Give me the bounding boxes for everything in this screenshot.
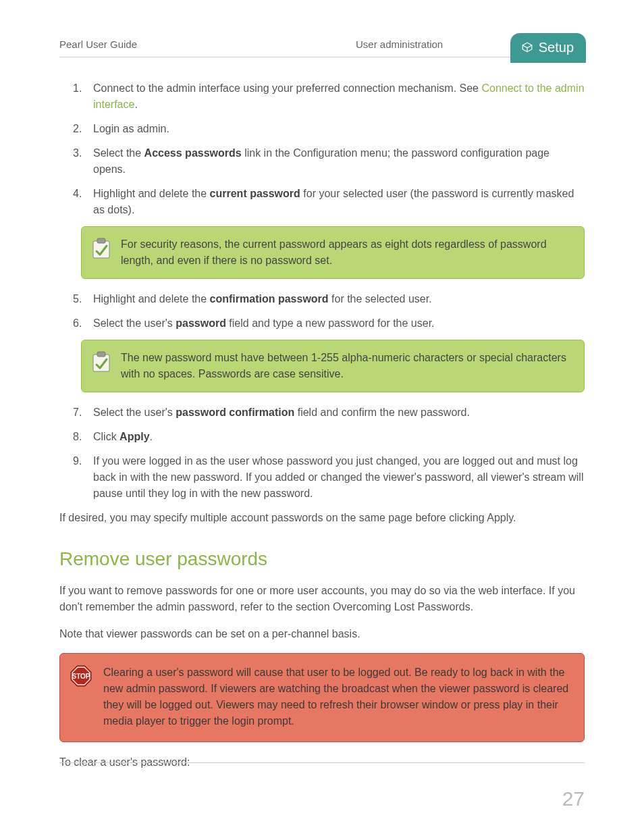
- svg-rect-2: [93, 355, 109, 371]
- body-paragraph: If desired, you may specify multiple acc…: [59, 510, 585, 526]
- stop-warning-text: Clearing a user's password will cause th…: [103, 664, 570, 729]
- remove-p1: If you want to remove passwords for one …: [59, 583, 585, 615]
- step-6: Select the user's password field and typ…: [59, 315, 585, 332]
- page-header: Pearl User Guide User administration Set…: [59, 37, 585, 57]
- step-4: Highlight and delete the current passwor…: [59, 186, 585, 218]
- setup-tab: Setup: [510, 33, 586, 63]
- step-9: If you were logged in as the user whose …: [59, 453, 585, 502]
- header-guide-title: Pearl User Guide: [59, 37, 288, 53]
- section-heading-remove: Remove user passwords: [59, 545, 585, 573]
- svg-rect-1: [97, 238, 105, 243]
- step-3: Select the Access passwords link in the …: [59, 145, 585, 178]
- note-box-2: The new password must have between 1-255…: [81, 340, 585, 392]
- step-2: Login as admin.: [59, 121, 585, 137]
- step-5: Highlight and delete the confirmation pa…: [59, 291, 585, 307]
- remove-p2: Note that viewer passwords can be set on…: [59, 626, 585, 642]
- steps-list-3: Select the user's password confirmation …: [59, 405, 585, 502]
- clipboard-check-icon: [91, 238, 111, 259]
- note-box-1: For security reasons, the current passwo…: [81, 226, 585, 279]
- steps-list-1: Connect to the admin interface using you…: [59, 80, 585, 218]
- step-7: Select the user's password confirmation …: [59, 405, 585, 421]
- step-8: Click Apply.: [59, 429, 585, 445]
- svg-text:STOP: STOP: [72, 673, 90, 680]
- note-1-text: For security reasons, the current passwo…: [121, 236, 572, 269]
- svg-rect-0: [93, 241, 109, 258]
- svg-rect-3: [97, 352, 105, 357]
- setup-tab-label: Setup: [539, 37, 574, 57]
- cube-icon: [521, 41, 533, 53]
- clipboard-check-icon: [91, 351, 111, 373]
- stop-warning-box: STOP Clearing a user's password will cau…: [59, 653, 585, 742]
- page-number: 27: [562, 783, 585, 814]
- steps-list-2: Highlight and delete the confirmation pa…: [59, 291, 585, 332]
- footer-rule: [59, 762, 585, 763]
- stop-icon: STOP: [70, 664, 92, 687]
- note-2-text: The new password must have between 1-255…: [121, 350, 572, 382]
- step-1: Connect to the admin interface using you…: [59, 80, 585, 113]
